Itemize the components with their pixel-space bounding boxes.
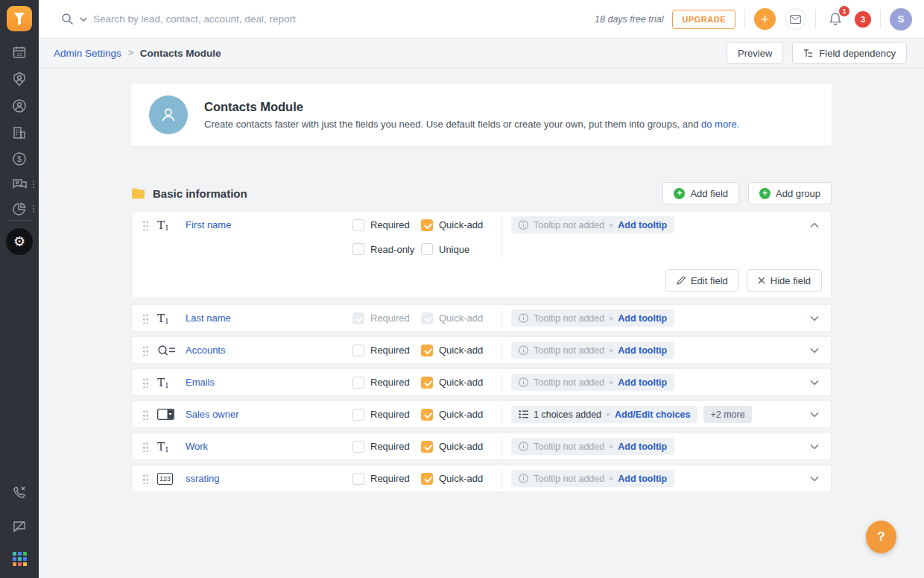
leads-icon[interactable]: [0, 72, 39, 87]
quick-add-checkbox[interactable]: Quick-add: [421, 345, 501, 356]
freshsales-logo-icon[interactable]: [7, 6, 32, 31]
drag-handle-icon[interactable]: [142, 409, 149, 420]
field-row-work: TI Work Required Quick-add Tooltip not a…: [131, 433, 832, 460]
settings-gear-icon[interactable]: ⚙: [6, 228, 33, 255]
row-divider: [501, 309, 502, 328]
read-only-checkbox[interactable]: Read-only: [352, 243, 421, 255]
quick-add-checkbox[interactable]: Quick-add: [421, 441, 501, 453]
tooltip-status-text: Tooltip not added: [534, 345, 604, 356]
required-checkbox[interactable]: Required: [352, 441, 421, 453]
add-tooltip-link[interactable]: Add tooltip: [618, 377, 667, 388]
unique-checkbox[interactable]: Unique: [421, 243, 501, 255]
module-header-card: Contacts Module Create contacts faster w…: [131, 84, 832, 146]
add-tooltip-link[interactable]: Add tooltip: [618, 474, 667, 484]
email-icon[interactable]: [785, 8, 806, 30]
chevron-down-icon[interactable]: [810, 348, 819, 354]
field-row-ssrating: 123 ssrating Required Quick-add Tooltip …: [131, 465, 832, 492]
search-icon[interactable]: [61, 13, 74, 25]
tooltip-status-pill: Tooltip not added Add tooltip: [511, 470, 674, 487]
topbar-divider: [815, 10, 816, 29]
hide-field-button[interactable]: Hide field: [747, 269, 822, 292]
row-divider: [501, 437, 502, 456]
search-scope-caret-icon[interactable]: [80, 17, 87, 22]
notification-count-badge[interactable]: 3: [855, 11, 871, 28]
required-checkbox[interactable]: Required: [352, 409, 421, 421]
required-checkbox[interactable]: Required: [352, 377, 421, 389]
field-name-link[interactable]: Work: [186, 441, 352, 452]
upgrade-button[interactable]: UPGRADE: [672, 10, 735, 29]
required-checkbox[interactable]: Required: [352, 473, 421, 485]
dropdown-field-icon: [157, 409, 180, 420]
calendar-icon[interactable]: 23: [0, 45, 39, 60]
drag-handle-icon[interactable]: [142, 377, 149, 388]
field-name-link[interactable]: Last name: [186, 312, 352, 324]
add-group-button[interactable]: + Add group: [748, 182, 832, 204]
phone-disabled-icon[interactable]: [0, 485, 39, 500]
chevron-down-icon[interactable]: [810, 444, 819, 450]
field-name-link[interactable]: First name: [186, 219, 352, 230]
field-dependency-button[interactable]: Field dependency: [792, 42, 907, 64]
chat-disabled-icon[interactable]: [0, 519, 39, 534]
dot-separator: [610, 445, 613, 448]
top-bar: 18 days free trial UPGRADE + 1 3 S: [39, 0, 924, 39]
chevron-down-icon[interactable]: [810, 476, 819, 482]
required-checkbox-disabled: Required: [352, 312, 421, 324]
add-group-label: Add group: [776, 188, 820, 199]
add-tooltip-link[interactable]: Add tooltip: [618, 442, 667, 452]
breadcrumb-admin-settings-link[interactable]: Admin Settings: [54, 48, 121, 59]
field-name-link[interactable]: Emails: [186, 377, 352, 388]
field-row-last-name: TI Last name Required Quick-add Tooltip …: [131, 304, 832, 332]
app-switcher-icon[interactable]: [0, 552, 39, 566]
deals-icon[interactable]: $: [0, 151, 39, 166]
add-field-button[interactable]: + Add field: [662, 182, 739, 204]
info-icon: [519, 442, 528, 451]
drag-handle-icon[interactable]: [142, 473, 149, 484]
module-description-text: Create contacts faster with just the fie…: [204, 119, 701, 130]
quick-add-checkbox[interactable]: Quick-add: [421, 473, 501, 485]
field-name-link[interactable]: Accounts: [186, 345, 352, 356]
quick-add-checkbox[interactable]: Quick-add: [421, 409, 501, 421]
row-divider: [501, 216, 502, 257]
preview-button[interactable]: Preview: [727, 42, 783, 64]
edit-field-button[interactable]: Edit field: [665, 269, 739, 292]
user-avatar[interactable]: S: [890, 8, 912, 31]
lookup-field-icon: [157, 345, 180, 356]
chevron-down-icon[interactable]: [810, 412, 819, 418]
dot-separator: [610, 381, 613, 384]
contacts-icon[interactable]: [0, 98, 39, 113]
drag-handle-icon[interactable]: [142, 345, 149, 356]
chevron-down-icon[interactable]: [810, 315, 819, 321]
drag-handle-icon[interactable]: [142, 312, 149, 324]
row-divider: [501, 405, 502, 424]
tooltip-status-pill: Tooltip not added Add tooltip: [511, 310, 674, 327]
required-checkbox[interactable]: Required: [352, 345, 421, 356]
chevron-up-icon[interactable]: [810, 222, 819, 228]
row-divider: [501, 373, 502, 392]
quick-add-checkbox[interactable]: Quick-add: [421, 219, 501, 231]
chevron-down-icon[interactable]: [810, 380, 819, 386]
field-name-link[interactable]: ssrating: [186, 473, 352, 484]
field-name-link[interactable]: Sales owner: [186, 409, 352, 420]
quick-add-button[interactable]: +: [754, 8, 776, 30]
dashboard-overflow-dots: [33, 204, 35, 214]
do-more-link[interactable]: do more.: [701, 119, 739, 130]
add-edit-choices-link[interactable]: Add/Edit choices: [615, 409, 690, 420]
drag-handle-icon[interactable]: [142, 441, 149, 452]
required-checkbox[interactable]: Required: [352, 219, 421, 231]
whats-new-icon[interactable]: 1: [825, 9, 846, 30]
accounts-icon[interactable]: [0, 125, 39, 140]
drag-handle-icon[interactable]: [142, 219, 149, 230]
help-button[interactable]: ?: [866, 521, 896, 553]
preview-button-label: Preview: [738, 48, 772, 59]
quick-add-checkbox[interactable]: Quick-add: [421, 377, 501, 389]
more-choices-pill[interactable]: +2 more: [703, 406, 751, 423]
plus-icon: +: [759, 188, 770, 199]
folder-icon: [131, 188, 145, 199]
module-description: Create contacts faster with just the fie…: [204, 119, 739, 130]
add-tooltip-link[interactable]: Add tooltip: [618, 313, 667, 324]
whats-new-badge: 1: [839, 6, 849, 16]
add-tooltip-link[interactable]: Add tooltip: [618, 220, 667, 230]
pencil-icon: [677, 276, 686, 285]
global-search-input[interactable]: [93, 13, 406, 25]
add-tooltip-link[interactable]: Add tooltip: [618, 345, 667, 356]
